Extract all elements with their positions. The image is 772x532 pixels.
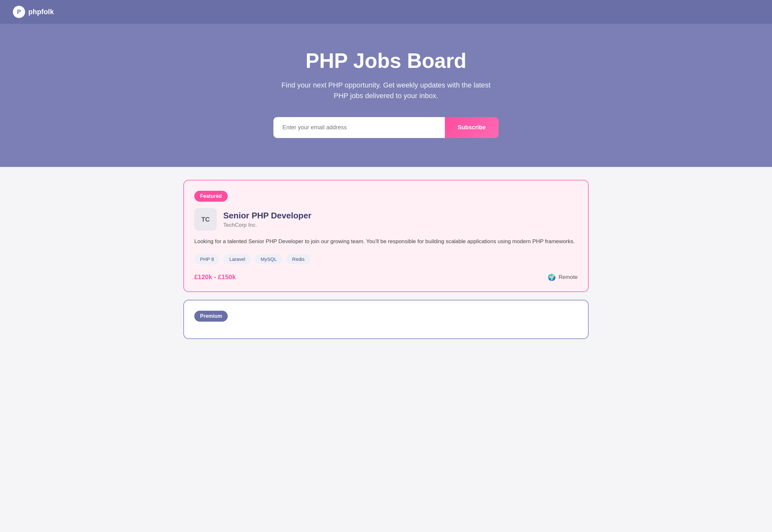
globe-icon: 🌍	[548, 273, 556, 281]
job-title-group: Senior PHP Developer TechCorp Inc.	[223, 211, 311, 228]
job-listings: Featured TC Senior PHP Developer TechCor…	[174, 167, 598, 359]
email-input[interactable]	[273, 117, 445, 138]
featured-badge: Featured	[194, 191, 228, 202]
subscribe-button[interactable]: Subscribe	[445, 117, 499, 138]
tag-laravel: Laravel	[224, 254, 251, 264]
job-header: TC Senior PHP Developer TechCorp Inc.	[194, 208, 578, 231]
job-title: Senior PHP Developer	[223, 211, 311, 221]
logo-link[interactable]: P phpfolk	[13, 6, 54, 18]
job-description: Looking for a talented Senior PHP Develo…	[194, 237, 578, 246]
hero-title: PHP Jobs Board	[13, 50, 759, 72]
hero-subtitle: Find your next PHP opportunity. Get week…	[273, 80, 499, 101]
job-footer: £120k - £150k 🌍 Remote	[194, 273, 578, 281]
logo-text: phpfolk	[28, 8, 54, 16]
tag-redis: Redis	[286, 254, 310, 264]
tag-php8: PHP 8	[194, 254, 220, 264]
job-location: 🌍 Remote	[548, 273, 578, 281]
job-salary: £120k - £150k	[194, 273, 236, 281]
navbar: P phpfolk	[0, 0, 772, 24]
premium-badge: Premium	[194, 311, 228, 322]
company-name: TechCorp Inc.	[223, 222, 311, 228]
logo-icon-text: P	[17, 9, 21, 15]
logo-icon: P	[13, 6, 25, 18]
company-avatar: TC	[194, 208, 217, 231]
job-tags: PHP 8 Laravel MySQL Redis	[194, 254, 578, 264]
subscribe-form: Subscribe	[273, 117, 499, 138]
job-card-featured[interactable]: Featured TC Senior PHP Developer TechCor…	[183, 180, 589, 292]
hero-section: PHP Jobs Board Find your next PHP opport…	[0, 24, 772, 167]
job-card-premium[interactable]: Premium	[183, 300, 589, 339]
tag-mysql: MySQL	[255, 254, 282, 264]
location-text: Remote	[558, 274, 578, 280]
